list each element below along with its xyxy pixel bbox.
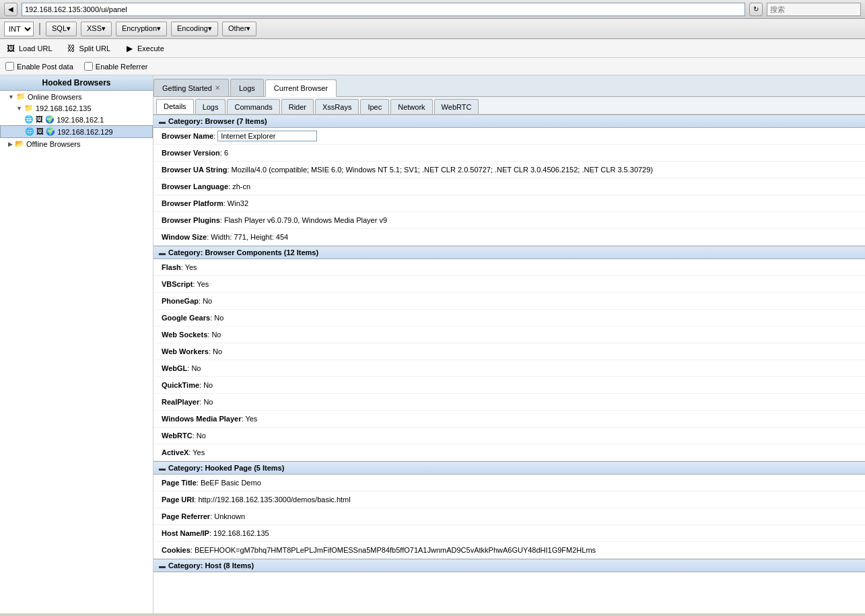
online-browsers-node[interactable]: ▼ 📁 Online Browsers	[0, 91, 153, 102]
category-browser-header[interactable]: ▬ Category: Browser (7 Items)	[153, 114, 865, 128]
cookies-row: Cookies: BEEFHOOK=gM7bhq7HMT8PLePLJmFifO…	[153, 542, 865, 559]
webgl-value: No	[191, 364, 201, 372]
sub-tab-network[interactable]: Network	[390, 99, 432, 114]
url-options-bar: Enable Post data Enable Referrer	[0, 58, 865, 75]
web-sockets-label: Web Sockets	[162, 331, 207, 339]
execute-icon: ▶	[124, 43, 135, 54]
other-button[interactable]: Other▾	[222, 22, 257, 36]
category-components-header[interactable]: ▬ Category: Browser Components (12 Items…	[153, 246, 865, 259]
enable-referrer-label[interactable]: Enable Referrer	[84, 62, 148, 71]
page-title-label: Page Title	[162, 479, 197, 487]
webrtc-label: WebRTC	[162, 432, 193, 440]
page-uri-value: http://192.168.162.135:3000/demos/basic.…	[198, 495, 350, 504]
host1-node[interactable]: 🌐 🖼 🌍 192.168.162.1	[0, 114, 153, 125]
webgl-label: WebGL	[162, 364, 187, 372]
address-bar[interactable]	[22, 3, 745, 16]
tab-getting-started[interactable]: Getting Started ✕	[153, 79, 229, 96]
split-url-label: Split URL	[79, 44, 110, 53]
browser-platform-label: Browser Platform	[162, 199, 223, 207]
enable-post-label[interactable]: Enable Post data	[5, 62, 73, 71]
collapse-components-icon: ▬	[159, 249, 166, 256]
execute-label: Execute	[137, 44, 164, 53]
sub-tab-ipec[interactable]: Ipec	[360, 99, 389, 114]
right-panel: Getting Started ✕ Logs Current Browser D…	[153, 75, 865, 613]
page-title-row: Page Title: BeEF Basic Demo	[153, 475, 865, 491]
google-gears-label: Google Gears	[162, 314, 210, 322]
activex-label: ActiveX	[162, 448, 188, 456]
secondary-toolbar: 🖼 Load URL ⛓ Split URL ▶ Execute	[0, 39, 865, 58]
encryption-button[interactable]: Encryption▾	[116, 22, 167, 36]
split-url-item[interactable]: ⛓ Split URL	[66, 43, 110, 54]
browser-name-input[interactable]	[217, 131, 317, 141]
subnet-node[interactable]: ▼ 📁 192.168.162.135	[0, 102, 153, 114]
window-size-value: Width: 771, Height: 454	[211, 233, 288, 241]
web-workers-row: Web Workers: No	[153, 343, 865, 360]
encoding-button[interactable]: Encoding▾	[171, 22, 218, 36]
load-url-icon: 🖼	[5, 43, 16, 54]
tab-bar: Getting Started ✕ Logs Current Browser	[153, 75, 865, 97]
browser-ua-label: Browser UA String	[162, 166, 227, 174]
web-workers-value: No	[213, 347, 222, 355]
enable-referrer-text: Enable Referrer	[96, 63, 148, 71]
subnet-expand-icon: ▼	[16, 105, 22, 112]
cookies-value: BEEFHOOK=gM7bhq7HMT8PLePLJmFifOMESSna5MP…	[195, 546, 596, 554]
search-input[interactable]	[767, 3, 861, 16]
page-uri-label: Page URI	[162, 495, 194, 504]
enable-referrer-checkbox[interactable]	[84, 62, 93, 71]
xss-button[interactable]: XSS▾	[81, 22, 112, 36]
execute-item[interactable]: ▶ Execute	[124, 43, 164, 54]
sql-button[interactable]: SQL▾	[46, 22, 77, 36]
back-button[interactable]: ◀	[4, 3, 18, 16]
vbscript-label: VBScript	[162, 280, 193, 288]
activex-value: Yes	[193, 448, 205, 456]
browser-chrome: ◀ ↻	[0, 0, 865, 19]
subnet-folder-icon: 📁	[24, 104, 34, 112]
load-url-label: Load URL	[19, 44, 53, 53]
enable-post-checkbox[interactable]	[5, 62, 14, 71]
category-host-header[interactable]: ▬ Category: Host (8 Items)	[153, 559, 865, 572]
webrtc-value: No	[197, 432, 206, 440]
browser-name-row: Browser Name:	[153, 128, 865, 145]
hostname-row: Host Name/IP: 192.168.162.135	[153, 525, 865, 542]
offline-browsers-node[interactable]: ▶ 📂 Offline Browsers	[0, 138, 153, 149]
sub-tab-logs[interactable]: Logs	[195, 99, 226, 114]
tab-logs[interactable]: Logs	[230, 79, 264, 96]
web-sockets-row: Web Sockets: No	[153, 327, 865, 343]
sub-tab-rider[interactable]: Rider	[281, 99, 314, 114]
int-select[interactable]: INT	[4, 22, 34, 36]
category-hooked-page-label: Category: Hooked Page (5 Items)	[168, 464, 284, 472]
quicktime-row: QuickTime: No	[153, 377, 865, 394]
collapse-hooked-page-icon: ▬	[159, 465, 166, 472]
toolbar-separator	[39, 23, 40, 35]
webgl-row: WebGL: No	[153, 360, 865, 377]
window-size-row: Window Size: Width: 771, Height: 454	[153, 229, 865, 246]
host2-icons: 🌐 🖼 🌍	[25, 127, 55, 136]
browser-platform-row: Browser Platform: Win32	[153, 195, 865, 212]
offline-browsers-label: Offline Browsers	[26, 140, 81, 148]
hostname-value: 192.168.162.135	[213, 529, 269, 537]
category-components-label: Category: Browser Components (12 Items)	[168, 248, 318, 256]
browser-plugins-row: Browser Plugins: Flash Player v6.0.79.0,…	[153, 212, 865, 229]
sub-tab-webrtc[interactable]: WebRTC	[434, 99, 479, 114]
sub-tab-xssrays[interactable]: XssRays	[315, 99, 359, 114]
tab-close-getting-started[interactable]: ✕	[215, 84, 220, 92]
sub-tab-commands[interactable]: Commands	[227, 99, 279, 114]
phonegap-row: PhoneGap: No	[153, 293, 865, 310]
tab-current-browser[interactable]: Current Browser	[265, 79, 337, 97]
browser-plugins-label: Browser Plugins	[162, 216, 220, 224]
host2-node[interactable]: 🌐 🖼 🌍 192.168.162.129	[0, 125, 153, 138]
sub-tab-network-label: Network	[398, 103, 425, 111]
sub-tab-xssrays-label: XssRays	[322, 103, 351, 111]
sub-tab-details[interactable]: Details	[156, 99, 194, 114]
sub-tab-rider-label: Rider	[289, 103, 306, 111]
split-url-icon: ⛓	[66, 43, 77, 54]
realplayer-label: RealPlayer	[162, 398, 199, 406]
refresh-button[interactable]: ↻	[749, 3, 763, 16]
category-hooked-page-header[interactable]: ▬ Category: Hooked Page (5 Items)	[153, 461, 865, 475]
host1-label: 192.168.162.1	[57, 116, 104, 124]
flash-label: Flash	[162, 263, 181, 271]
quicktime-label: QuickTime	[162, 381, 199, 389]
tab-logs-label: Logs	[239, 84, 255, 92]
load-url-item[interactable]: 🖼 Load URL	[5, 43, 53, 54]
hooked-browsers-header: Hooked Browsers	[0, 75, 153, 91]
